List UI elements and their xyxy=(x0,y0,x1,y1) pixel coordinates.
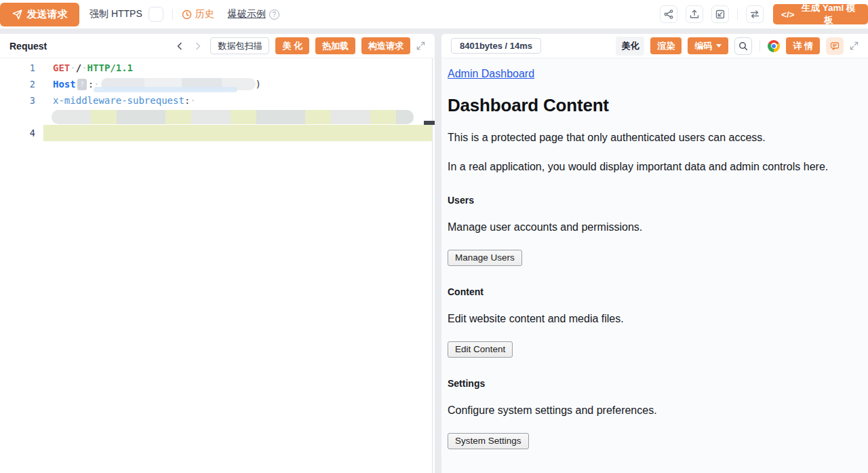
render-button[interactable]: 渲染 xyxy=(650,37,682,54)
expand-response-button[interactable] xyxy=(850,41,859,50)
request-path-token: / xyxy=(76,62,81,73)
dashboard-content-title: Dashboard Content xyxy=(448,95,859,116)
http-version-token: HTTP/1.1 xyxy=(87,62,133,73)
nav-back-button[interactable] xyxy=(174,42,186,50)
import-icon xyxy=(715,10,725,19)
top-toolbar: 发送请求 强制 HTTPS 历史 爆破示例 ? </> 生成 Yaml 模板 xyxy=(0,0,868,29)
search-icon xyxy=(738,41,748,51)
editor-scrollbar-thumb[interactable] xyxy=(424,121,435,125)
redacted-header-value xyxy=(52,110,414,124)
export-button[interactable] xyxy=(686,5,703,23)
toolbar-divider xyxy=(172,9,173,20)
request-panel: Request 数据包扫描 美 化 热加载 构造请求 1 GET·/·HTTP/… xyxy=(0,34,435,473)
force-https-checkbox[interactable] xyxy=(149,7,163,22)
generate-yaml-button[interactable]: </> 生成 Yaml 模板 xyxy=(773,4,868,24)
details-button[interactable]: 详 情 xyxy=(786,37,820,54)
upload-icon xyxy=(690,10,699,19)
construct-request-button[interactable]: 构造请求 xyxy=(361,37,410,54)
code-line-2: 2 Host?:·) xyxy=(0,76,435,92)
burst-example-link[interactable]: 爆破示例 xyxy=(228,8,266,20)
http-method-token: GET xyxy=(53,62,70,73)
swap-button[interactable] xyxy=(746,5,764,23)
host-header-token: Host xyxy=(53,79,76,90)
middleware-header-token: x-middleware-subrequest xyxy=(53,95,184,106)
comment-button[interactable] xyxy=(826,37,844,55)
selection-smear xyxy=(94,87,237,92)
real-application-text: In a real application, you would display… xyxy=(448,159,840,174)
generate-yaml-label: 生成 Yaml 模板 xyxy=(799,2,859,26)
beautify-response-button[interactable]: 美化 xyxy=(616,37,644,56)
hot-reload-button[interactable]: 热加载 xyxy=(315,37,355,54)
swap-arrows-icon xyxy=(750,10,760,19)
code-line-1: 1 GET·/·HTTP/1.1 xyxy=(0,60,435,76)
packet-scan-button[interactable]: 数据包扫描 xyxy=(210,37,269,54)
force-https-label: 强制 HTTPS xyxy=(90,8,142,20)
beautify-request-button[interactable]: 美 化 xyxy=(275,37,309,54)
users-section-heading: Users xyxy=(448,195,859,206)
content-section-description: Edit website content and media files. xyxy=(448,311,840,326)
toolbar-divider xyxy=(737,9,738,20)
clock-icon xyxy=(182,10,192,20)
share-button[interactable] xyxy=(660,5,677,23)
edit-content-button[interactable]: Edit Content xyxy=(448,341,513,358)
search-response-button[interactable] xyxy=(734,37,752,55)
chevron-down-icon xyxy=(716,44,722,48)
send-request-label: 发送请求 xyxy=(27,8,68,21)
chevron-left-icon xyxy=(176,42,184,50)
request-editor[interactable]: 1 GET·/·HTTP/1.1 2 Host?:·) 3 x-middlewa… xyxy=(0,58,435,473)
nav-forward-button[interactable] xyxy=(192,42,204,50)
protected-page-text: This is a protected page that only authe… xyxy=(448,130,840,145)
response-panel-header: 8401bytes / 14ms 美化 渲染 编码 详 情 xyxy=(441,34,868,58)
manage-users-button[interactable]: Manage Users xyxy=(448,250,522,266)
request-panel-title: Request xyxy=(9,41,47,52)
code-icon: </> xyxy=(781,10,795,20)
code-line-4: 4 xyxy=(0,125,435,141)
header-divider xyxy=(760,41,760,52)
header-hint-icon[interactable]: ? xyxy=(77,79,87,90)
rendered-response: Admin Dashboard Dashboard Content This i… xyxy=(441,58,868,473)
history-label: 历史 xyxy=(195,8,214,20)
history-button[interactable]: 历史 xyxy=(182,8,214,20)
send-icon xyxy=(12,10,22,20)
fullscreen-icon xyxy=(416,41,425,50)
chrome-browser-icon[interactable] xyxy=(768,40,780,52)
expand-request-button[interactable] xyxy=(416,41,425,50)
comment-bubble-icon xyxy=(830,41,840,51)
code-line-3: 3 x-middleware-subrequest:· xyxy=(0,92,435,109)
line-number: 4 xyxy=(0,128,35,138)
line-number: 1 xyxy=(0,62,35,73)
request-panel-header: Request 数据包扫描 美 化 热加载 构造请求 xyxy=(0,34,435,58)
line-number: 3 xyxy=(0,95,35,106)
import-button[interactable] xyxy=(711,5,729,23)
response-stats-badge: 8401bytes / 14ms xyxy=(451,38,541,54)
settings-section-description: Configure system settings and preference… xyxy=(448,402,840,418)
share-icon xyxy=(664,10,673,19)
send-request-button[interactable]: 发送请求 xyxy=(0,3,79,26)
help-circle-icon[interactable]: ? xyxy=(269,10,279,20)
line-number: 2 xyxy=(0,79,35,90)
users-section-description: Manage user accounts and permissions. xyxy=(448,219,840,235)
encode-label: 编码 xyxy=(694,40,712,52)
settings-section-heading: Settings xyxy=(448,378,859,389)
active-line-highlight xyxy=(43,125,433,141)
response-panel: 8401bytes / 14ms 美化 渲染 编码 详 情 Admin Dash… xyxy=(441,34,868,473)
admin-dashboard-link[interactable]: Admin Dashboard xyxy=(448,68,534,80)
encode-dropdown-button[interactable]: 编码 xyxy=(688,37,728,54)
fullscreen-icon xyxy=(850,41,859,50)
chevron-right-icon xyxy=(194,42,202,50)
system-settings-button[interactable]: System Settings xyxy=(448,433,529,449)
code-line-3-wrap xyxy=(0,109,435,125)
content-section-heading: Content xyxy=(448,286,859,297)
